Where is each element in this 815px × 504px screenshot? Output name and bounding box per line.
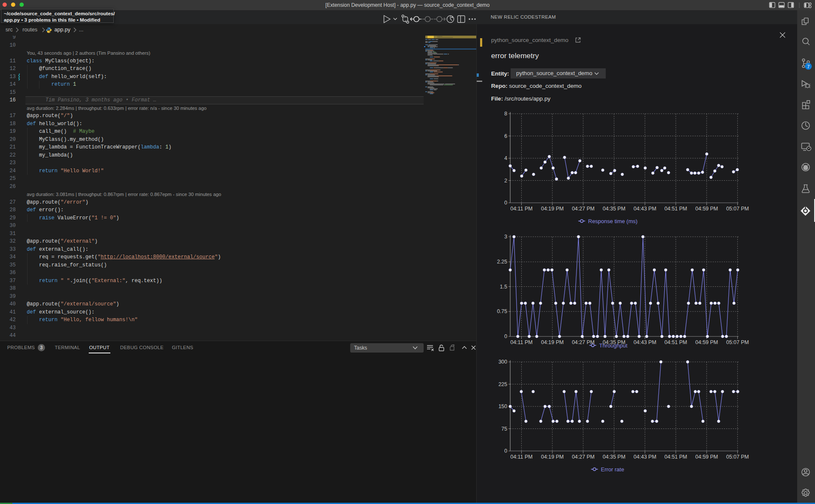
svg-text:1.5: 1.5 <box>500 284 507 290</box>
svg-text:4: 4 <box>504 155 507 161</box>
svg-text:0: 0 <box>504 333 507 339</box>
svg-text:04:11 PM: 04:11 PM <box>510 206 533 212</box>
svg-text:04:19 PM: 04:19 PM <box>541 206 564 212</box>
svg-text:04:43 PM: 04:43 PM <box>634 454 657 460</box>
svg-text:04:19 PM: 04:19 PM <box>541 339 564 345</box>
svg-text:04:27 PM: 04:27 PM <box>572 339 595 345</box>
svg-text:04:27 PM: 04:27 PM <box>572 454 595 460</box>
svg-text:75: 75 <box>501 426 507 432</box>
svg-text:05:07 PM: 05:07 PM <box>726 206 749 212</box>
svg-text:Error rate: Error rate <box>601 466 624 473</box>
svg-text:0: 0 <box>504 448 507 454</box>
svg-text:300: 300 <box>498 359 507 365</box>
svg-text:150: 150 <box>498 403 507 409</box>
svg-text:04:51 PM: 04:51 PM <box>664 339 687 345</box>
svg-text:04:11 PM: 04:11 PM <box>510 454 533 460</box>
svg-text:04:59 PM: 04:59 PM <box>695 454 718 460</box>
svg-text:0: 0 <box>504 200 507 206</box>
svg-text:05:07 PM: 05:07 PM <box>726 454 749 460</box>
svg-text:04:11 PM: 04:11 PM <box>510 339 533 345</box>
svg-text:3: 3 <box>504 234 507 240</box>
svg-text:7: 7 <box>807 64 809 69</box>
svg-text:04:27 PM: 04:27 PM <box>572 206 595 212</box>
svg-text:04:51 PM: 04:51 PM <box>664 206 687 212</box>
svg-text:Throughput: Throughput <box>599 342 628 349</box>
svg-text:6: 6 <box>504 133 507 139</box>
svg-text:0.75: 0.75 <box>497 308 507 314</box>
svg-text:04:43 PM: 04:43 PM <box>634 339 657 345</box>
svg-text:04:59 PM: 04:59 PM <box>695 339 718 345</box>
svg-text:04:43 PM: 04:43 PM <box>634 206 657 212</box>
svg-text:225: 225 <box>498 381 507 387</box>
svg-text:04:19 PM: 04:19 PM <box>541 454 564 460</box>
svg-text:04:59 PM: 04:59 PM <box>695 206 718 212</box>
svg-text:2.25: 2.25 <box>497 259 507 265</box>
svg-text:04:51 PM: 04:51 PM <box>664 454 687 460</box>
svg-text:8: 8 <box>504 111 507 117</box>
svg-text:2: 2 <box>504 178 507 184</box>
svg-text:05:07 PM: 05:07 PM <box>726 339 749 345</box>
svg-text:04:35 PM: 04:35 PM <box>603 206 626 212</box>
svg-text:Response time (ms): Response time (ms) <box>588 218 638 224</box>
svg-text:04:35 PM: 04:35 PM <box>603 454 626 460</box>
